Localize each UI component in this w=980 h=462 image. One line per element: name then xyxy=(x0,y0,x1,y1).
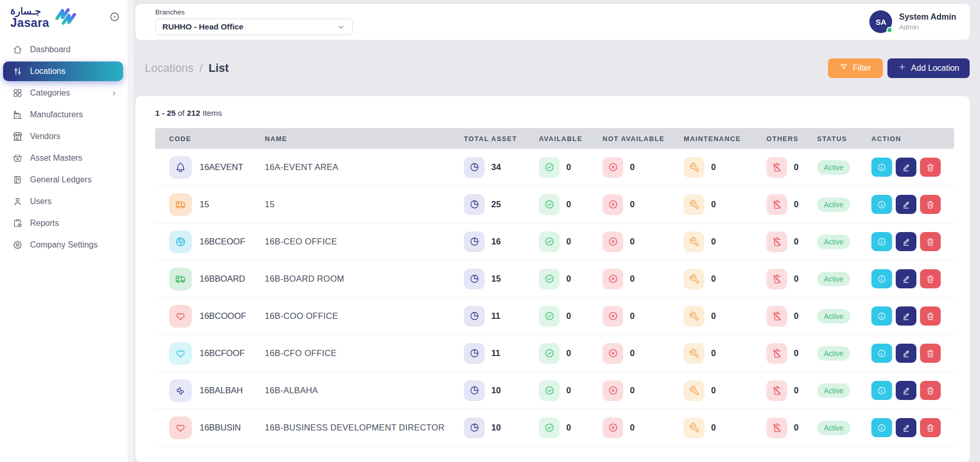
table-row: 16AEVENT 16A-EVENT AREA 34 0 0 0 0 Activ… xyxy=(155,149,954,186)
status-cell: Active xyxy=(817,197,871,212)
wrench-icon xyxy=(689,199,700,210)
edit-button[interactable] xyxy=(896,306,916,326)
heart-icon xyxy=(175,422,186,434)
location-code: 16BALBAH xyxy=(200,386,243,395)
delete-button[interactable] xyxy=(920,418,941,437)
view-details-button[interactable] xyxy=(871,232,892,251)
others-cell: 0 xyxy=(766,418,817,438)
delete-button[interactable] xyxy=(920,381,941,400)
available-cell: 0 xyxy=(539,157,602,178)
delete-button[interactable] xyxy=(920,158,941,177)
breadcrumb-parent[interactable]: Locations xyxy=(145,61,193,74)
sidebar-item-label: Manufacturers xyxy=(30,110,83,119)
not-available-count: 0 xyxy=(630,274,635,284)
sidebar-item-dashboard[interactable]: Dashboard xyxy=(3,40,123,59)
pencil-icon xyxy=(901,349,911,358)
status-cell: Active xyxy=(817,421,871,435)
sidebar-item-company-settings[interactable]: Company Settings xyxy=(3,235,123,255)
branches-select[interactable]: RUHHO - Head Office xyxy=(155,19,353,35)
factory-icon xyxy=(12,110,23,120)
brand-name-arabic: جـسارة xyxy=(10,6,49,16)
pie-icon xyxy=(469,311,480,321)
available-cell: 0 xyxy=(539,194,602,215)
status-cell: Active xyxy=(817,309,871,324)
status-cell: Active xyxy=(817,235,871,249)
pencil-icon xyxy=(901,423,911,433)
trash-off-icon xyxy=(772,348,782,359)
user-icon xyxy=(12,196,23,207)
trash-icon xyxy=(926,349,935,358)
edit-button[interactable] xyxy=(896,381,916,400)
maintenance-count: 0 xyxy=(711,162,716,172)
column-header: NOT AVAILABLE xyxy=(602,135,684,143)
add-location-button[interactable]: Add Location xyxy=(887,58,970,78)
edit-button[interactable] xyxy=(896,269,916,288)
trash-off-icon xyxy=(766,418,787,438)
wrench-icon xyxy=(684,269,704,289)
delete-button[interactable] xyxy=(920,269,941,288)
sidebar-collapse-button[interactable] xyxy=(109,11,120,24)
circle-x-icon xyxy=(602,418,623,438)
sidebar-item-manufacturers[interactable]: Manufacturers xyxy=(3,105,123,125)
delete-button[interactable] xyxy=(920,195,941,214)
view-details-button[interactable] xyxy=(871,418,892,437)
not-available-count: 0 xyxy=(630,386,635,395)
branches-label: Branches xyxy=(155,8,353,16)
sidebar-item-categories[interactable]: Categories xyxy=(3,83,123,103)
trash-off-icon xyxy=(766,157,787,178)
trash-icon xyxy=(926,163,935,172)
categories-icon xyxy=(12,88,23,98)
sidebar-item-vendors[interactable]: Vendors xyxy=(3,127,123,146)
circle-check-icon xyxy=(539,269,560,289)
circle-x-icon xyxy=(602,306,623,327)
sidebar-item-users[interactable]: Users xyxy=(3,192,123,211)
circle-x-icon xyxy=(608,199,619,210)
maintenance-count: 0 xyxy=(711,199,716,209)
not-available-count: 0 xyxy=(630,311,635,321)
user-role: Admin xyxy=(899,23,956,31)
view-details-button[interactable] xyxy=(871,158,892,177)
edit-button[interactable] xyxy=(896,158,916,177)
edit-button[interactable] xyxy=(896,344,916,363)
edit-button[interactable] xyxy=(896,418,916,437)
filter-button[interactable]: Filter xyxy=(828,58,883,78)
sidebar-item-locations[interactable]: Locations xyxy=(3,61,123,81)
sidebar-item-reports[interactable]: Reports xyxy=(3,213,123,233)
view-details-button[interactable] xyxy=(871,306,892,326)
edit-button[interactable] xyxy=(896,232,916,251)
edit-button[interactable] xyxy=(896,195,916,214)
table-body: 16AEVENT 16A-EVENT AREA 34 0 0 0 0 Activ… xyxy=(135,149,970,446)
available-count: 0 xyxy=(566,274,571,284)
branches-field: Branches RUHHO - Head Office xyxy=(155,8,353,35)
column-header: ACTION xyxy=(871,135,954,143)
view-details-button[interactable] xyxy=(871,269,892,288)
trash-icon xyxy=(926,200,935,209)
table-row: 16BCFOOF 16B-CFO OFFICE 11 0 0 0 0 Activ… xyxy=(155,335,954,372)
page-actions: Filter Add Location xyxy=(828,58,970,78)
delete-button[interactable] xyxy=(920,306,941,326)
view-details-button[interactable] xyxy=(871,344,892,363)
delete-button[interactable] xyxy=(920,232,941,251)
available-cell: 0 xyxy=(539,343,602,364)
sidebar-scrollbar[interactable] xyxy=(128,0,133,462)
location-code: 16AEVENT xyxy=(200,162,243,172)
store-icon xyxy=(12,131,23,142)
delete-button[interactable] xyxy=(920,344,941,363)
view-details-button[interactable] xyxy=(871,195,892,214)
code-cell: 16AEVENT xyxy=(169,156,265,179)
table-row: 16BALBAH 16B-ALBAHA 10 0 0 0 0 Active xyxy=(155,372,954,409)
action-cell xyxy=(871,344,954,363)
user-menu[interactable]: SA System Admin Admin xyxy=(869,10,956,33)
circle-check-icon xyxy=(539,232,560,252)
report-icon xyxy=(12,218,23,228)
basket-icon xyxy=(12,153,23,163)
items-summary: 1 - 25 of 212 Items xyxy=(135,109,970,128)
gear-icon xyxy=(12,240,23,250)
available-cell: 0 xyxy=(539,269,602,289)
maintenance-cell: 0 xyxy=(684,157,766,178)
sidebar-item-asset-masters[interactable]: Asset Masters xyxy=(3,148,123,168)
location-type-tile xyxy=(169,193,192,216)
sidebar-item-general-ledgers[interactable]: General Ledgers xyxy=(3,170,123,190)
not-available-cell: 0 xyxy=(602,232,684,252)
view-details-button[interactable] xyxy=(871,381,892,400)
